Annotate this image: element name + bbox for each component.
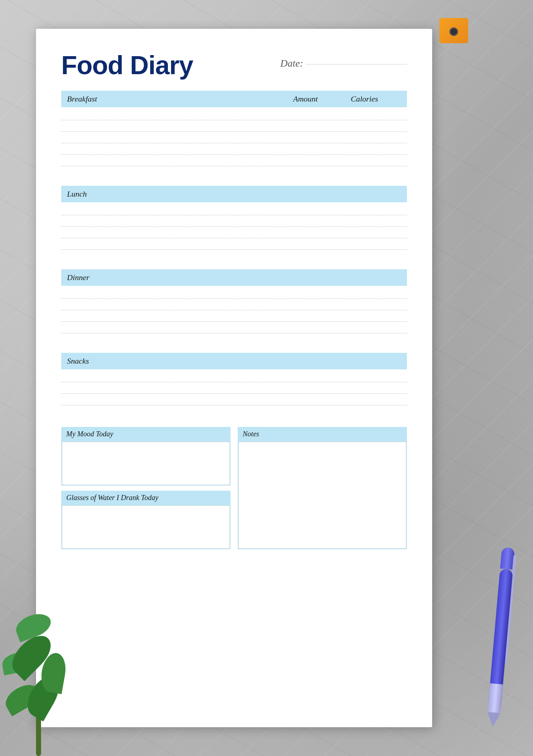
breakfast-section: Breakfast Amount Calories: [61, 91, 407, 179]
table-row: [61, 143, 407, 155]
table-row: [61, 322, 407, 333]
date-section: Date:: [280, 58, 407, 69]
dinner-rows: [61, 286, 407, 346]
breakfast-header: Breakfast Amount Calories: [61, 91, 407, 107]
water-box: Glasses of Water I Drank Today: [61, 491, 230, 549]
lunch-label: Lunch: [67, 189, 87, 198]
table-row: [61, 120, 407, 132]
table-row: [61, 109, 407, 120]
lunch-header: Lunch: [61, 186, 407, 202]
table-row: [61, 227, 407, 238]
table-row: [61, 215, 407, 227]
breakfast-amount-col: Amount: [293, 94, 351, 104]
water-label: Glasses of Water I Drank Today: [66, 494, 158, 501]
mood-content-area[interactable]: [62, 442, 230, 485]
table-row: [61, 287, 407, 299]
water-header: Glasses of Water I Drank Today: [61, 491, 230, 505]
page-title: Food Diary: [61, 50, 193, 80]
mood-label: My Mood Today: [66, 430, 113, 438]
sharpener-decoration: [439, 7, 468, 43]
snacks-section: Snacks: [61, 353, 407, 418]
snacks-label: Snacks: [67, 356, 89, 365]
table-row: [61, 132, 407, 143]
dinner-section: Dinner: [61, 269, 407, 346]
table-row: [61, 405, 407, 417]
bottom-grid: My Mood Today Glasses of Water I Drank T…: [61, 427, 407, 549]
mood-box: My Mood Today: [61, 427, 230, 486]
table-row: [61, 299, 407, 310]
breakfast-rows: [61, 107, 407, 179]
dinner-header: Dinner: [61, 269, 407, 286]
date-label: Date:: [280, 58, 303, 69]
pen-decoration: [482, 546, 519, 728]
table-row: [61, 310, 407, 322]
document-header: Food Diary Date:: [61, 50, 407, 80]
table-row: [61, 238, 407, 250]
table-row: [61, 333, 407, 345]
water-content-area[interactable]: [62, 505, 230, 549]
table-row: [61, 382, 407, 394]
notes-box: Notes: [238, 427, 407, 549]
bottom-left-column: My Mood Today Glasses of Water I Drank T…: [61, 427, 230, 549]
breakfast-calories-col: Calories: [351, 94, 401, 104]
dinner-label: Dinner: [67, 273, 89, 282]
notes-header: Notes: [238, 427, 407, 441]
lunch-rows: [61, 202, 407, 263]
table-row: [61, 155, 407, 166]
snacks-rows: [61, 369, 407, 418]
lunch-section: Lunch: [61, 186, 407, 263]
breakfast-label: Breakfast: [67, 94, 293, 104]
table-row: [61, 204, 407, 215]
snacks-header: Snacks: [61, 353, 407, 369]
notes-content-area[interactable]: [238, 442, 406, 549]
table-row: [61, 166, 407, 178]
notes-label: Notes: [243, 430, 259, 438]
table-row: [61, 371, 407, 382]
plant-decoration: [0, 612, 101, 756]
table-row: [61, 394, 407, 405]
date-line: [306, 64, 407, 64]
table-row: [61, 250, 407, 261]
mood-header: My Mood Today: [61, 427, 230, 441]
